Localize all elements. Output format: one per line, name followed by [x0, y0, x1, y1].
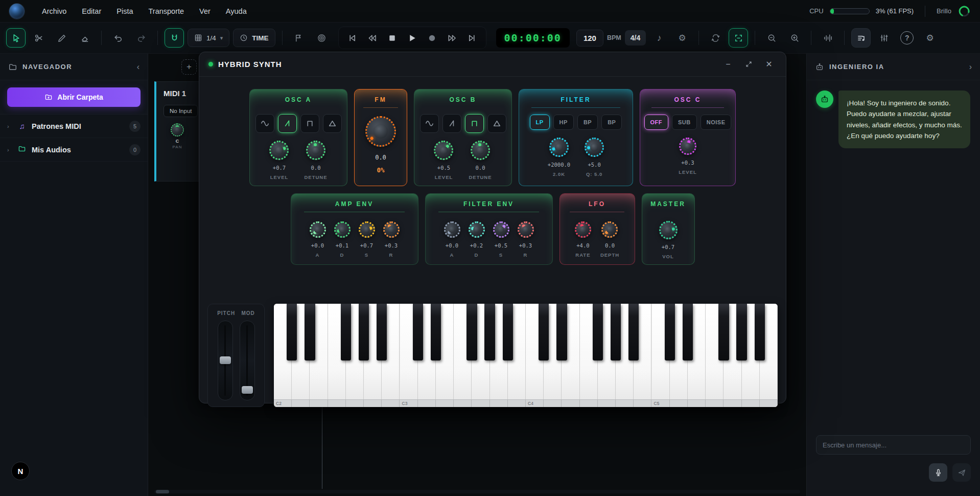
horizontal-scrollbar[interactable]	[154, 490, 800, 493]
snap-tool-button[interactable]	[165, 28, 184, 48]
close-button[interactable]: ✕	[761, 57, 777, 72]
filter-env-r-knob[interactable]	[518, 221, 534, 238]
synth-window-titlebar[interactable]: HYBRID SYNTH − ✕	[199, 52, 786, 77]
filter-env-s-knob[interactable]	[493, 221, 509, 238]
pitch-wheel-handle[interactable]	[220, 356, 231, 364]
grid-size-select[interactable]: 1/4 ▾	[188, 29, 229, 47]
mod-wheel-handle[interactable]	[242, 386, 253, 394]
amp-env-r-knob[interactable]	[383, 221, 400, 238]
osc-c-button-off[interactable]: OFF	[644, 115, 669, 130]
time-signature-button[interactable]: 4/4	[625, 30, 646, 46]
piano-key-black[interactable]	[736, 304, 746, 360]
zoom-in-button[interactable]	[785, 28, 804, 48]
wave-button-triangle[interactable]	[323, 114, 342, 133]
piano-key-black[interactable]	[683, 304, 693, 360]
stop-button[interactable]	[384, 29, 401, 47]
filter-button-bp[interactable]: BP	[601, 115, 622, 130]
piano-key-black[interactable]	[305, 304, 315, 360]
osc-c-button-sub[interactable]: SUB	[672, 115, 697, 130]
piano-key-black[interactable]	[341, 304, 351, 360]
lfo-depth-knob[interactable]	[601, 221, 618, 238]
collapse-sidebar-icon[interactable]: ‹	[137, 62, 139, 72]
collapse-panel-icon[interactable]: ›	[969, 62, 972, 72]
maximize-button[interactable]	[741, 57, 756, 72]
wave-button-square[interactable]	[465, 114, 484, 133]
filter-button-hp[interactable]: HP	[553, 115, 574, 130]
osc-a-level-knob[interactable]	[269, 141, 289, 160]
select-tool-button[interactable]	[6, 28, 26, 48]
piano-key-black[interactable]	[359, 304, 369, 360]
menu-item-transporte[interactable]: Transporte	[149, 7, 184, 15]
filter-q-5-0-knob[interactable]	[585, 138, 604, 157]
skip-to-start-button[interactable]	[344, 29, 361, 47]
osc-b-level-knob[interactable]	[434, 141, 453, 160]
tempo-settings-button[interactable]: ⚙	[672, 28, 692, 48]
piano-key-black[interactable]	[628, 304, 639, 360]
wave-button-square[interactable]	[300, 114, 319, 133]
brightness-knob[interactable]	[958, 5, 971, 18]
amp-env-s-knob[interactable]	[359, 221, 375, 238]
piano-key-black[interactable]	[593, 304, 603, 360]
rewind-button[interactable]	[364, 29, 381, 47]
time-mode-button[interactable]: TIME	[233, 29, 275, 47]
osc-c-button-noise[interactable]: NOISE	[701, 115, 732, 130]
add-track-button[interactable]: +	[181, 59, 197, 75]
master-vol-knob[interactable]	[659, 221, 678, 239]
record-button[interactable]	[424, 29, 441, 47]
piano-key-black[interactable]	[413, 304, 423, 360]
auto-scroll-button[interactable]	[729, 28, 748, 48]
metronome-button[interactable]: ♪	[649, 28, 669, 48]
redo-button[interactable]	[131, 28, 151, 48]
filter-env-d-knob[interactable]	[469, 221, 485, 238]
osc-c-level-knob[interactable]	[679, 138, 696, 155]
minimize-button[interactable]: −	[720, 57, 736, 72]
piano-key-black[interactable]	[539, 304, 549, 360]
playlist-view-button[interactable]	[851, 28, 871, 48]
piano-key-black[interactable]	[484, 304, 495, 360]
marker-button[interactable]	[289, 28, 309, 48]
piano-key-black[interactable]	[556, 304, 567, 360]
cut-tool-button[interactable]	[29, 28, 49, 48]
piano-key-black[interactable]	[377, 304, 387, 360]
piano-key-black[interactable]	[287, 304, 297, 360]
settings-button[interactable]: ⚙	[920, 28, 940, 48]
message-input[interactable]	[816, 435, 971, 455]
osc-a-detune-knob[interactable]	[306, 141, 325, 160]
loop-button[interactable]	[706, 28, 725, 48]
wave-button-sine[interactable]	[420, 114, 439, 133]
sidebar-item-patrones-midi[interactable]: ›♫Patrones MIDI5	[0, 115, 148, 138]
wave-button-saw[interactable]	[278, 114, 297, 133]
waveform-view-button[interactable]	[818, 28, 837, 48]
undo-button[interactable]	[108, 28, 128, 48]
fm-knob[interactable]	[365, 116, 396, 147]
pan-knob[interactable]	[171, 123, 184, 137]
menu-item-ayuda[interactable]: Ayuda	[226, 7, 247, 15]
wave-button-triangle[interactable]	[487, 114, 506, 133]
osc-b-detune-knob[interactable]	[471, 141, 490, 160]
filter-button-bp[interactable]: BP	[577, 115, 598, 130]
piano-key-black[interactable]	[466, 304, 477, 360]
open-folder-button[interactable]: Abrir Carpeta	[7, 87, 141, 107]
send-button[interactable]	[952, 463, 971, 482]
bpm-input[interactable]: 120	[576, 30, 603, 47]
wave-button-sine[interactable]	[255, 114, 274, 133]
help-button[interactable]: ?	[897, 28, 917, 48]
piano-key-black[interactable]	[665, 304, 675, 360]
piano-key-black[interactable]	[718, 304, 729, 360]
play-button[interactable]	[404, 29, 421, 47]
piano-key-black[interactable]	[503, 304, 513, 360]
track-input-select[interactable]: No Input	[164, 105, 198, 117]
punch-button[interactable]	[312, 28, 332, 48]
filter-button-lp[interactable]: LP	[530, 115, 550, 130]
user-avatar[interactable]: N	[11, 462, 30, 480]
menu-item-archivo[interactable]: Archivo	[42, 7, 66, 15]
draw-tool-button[interactable]	[52, 28, 72, 48]
menu-item-ver[interactable]: Ver	[199, 7, 211, 15]
lfo-rate-knob[interactable]	[575, 221, 591, 238]
amp-env-a-knob[interactable]	[310, 221, 326, 238]
zoom-out-button[interactable]	[762, 28, 781, 48]
menu-item-pista[interactable]: Pista	[116, 7, 133, 15]
erase-tool-button[interactable]	[75, 28, 95, 48]
amp-env-d-knob[interactable]	[334, 221, 351, 238]
scrollbar-thumb[interactable]	[156, 490, 169, 493]
